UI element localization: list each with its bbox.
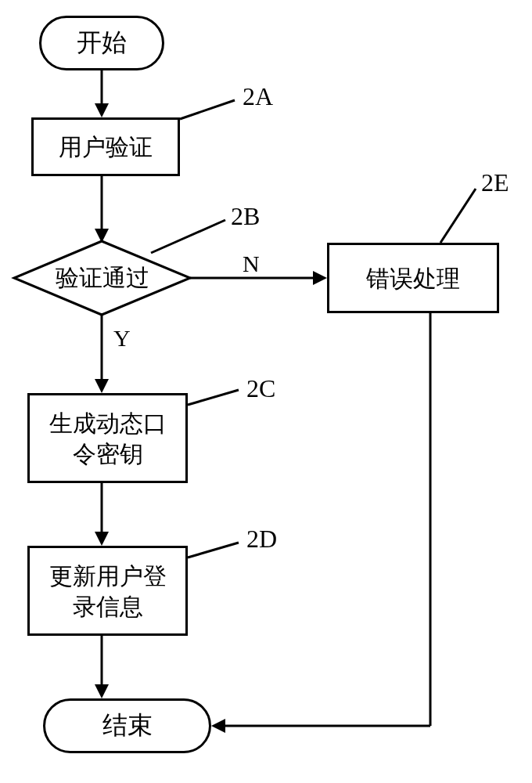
process-2d-label: 更新用户登录信息 (49, 561, 167, 622)
arrow-2c-2d (102, 483, 117, 546)
svg-line-2 (180, 100, 235, 119)
arrow-2b-2e (190, 278, 327, 294)
label-line-2b (151, 218, 229, 255)
svg-marker-11 (95, 379, 109, 393)
decision-2b-label: 验证通过 (56, 262, 149, 294)
end-label: 结束 (102, 709, 153, 743)
arrow-start-2a (102, 70, 117, 117)
arrow-2b-2c (102, 315, 117, 393)
svg-marker-8 (313, 271, 327, 285)
svg-line-6 (151, 220, 225, 253)
arrow-2d-end (102, 636, 117, 698)
label-2a: 2A (243, 82, 273, 111)
process-2a-label: 用户验证 (59, 132, 153, 162)
svg-marker-1 (95, 103, 109, 117)
svg-marker-14 (95, 532, 109, 546)
svg-line-9 (440, 189, 476, 243)
process-2c: 生成动态口令密钥 (27, 393, 188, 483)
arrow-2e-end (211, 313, 438, 736)
process-2d: 更新用户登录信息 (27, 546, 188, 636)
svg-marker-20 (211, 719, 225, 733)
process-2c-label: 生成动态口令密钥 (49, 408, 167, 469)
end-terminator: 结束 (43, 698, 211, 753)
label-2e: 2E (481, 168, 509, 197)
process-2e: 错误处理 (327, 243, 499, 313)
process-2e-label: 错误处理 (366, 263, 460, 294)
label-line-2e (440, 186, 480, 245)
label-2b: 2B (231, 202, 260, 231)
branch-no-label: N (243, 251, 260, 277)
start-label: 开始 (77, 26, 127, 60)
svg-marker-17 (95, 684, 109, 698)
label-line-2a (180, 98, 243, 121)
arrow-2a-2b (102, 176, 117, 243)
process-2a: 用户验证 (31, 117, 180, 176)
start-terminator: 开始 (39, 16, 164, 70)
